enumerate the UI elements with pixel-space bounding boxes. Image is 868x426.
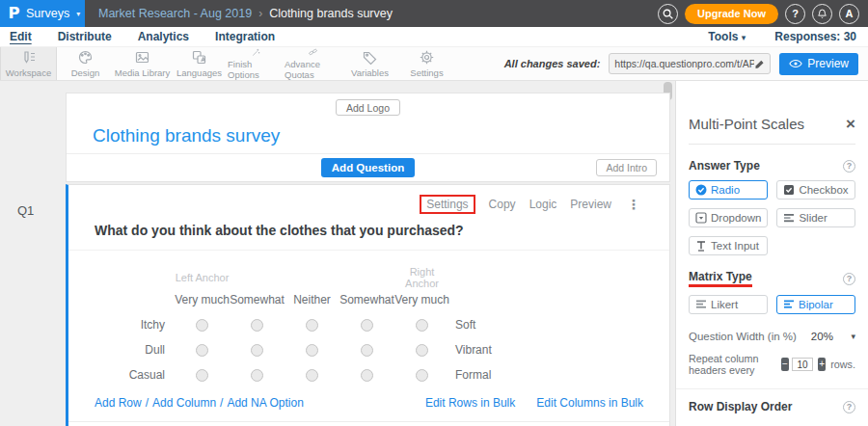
question-width-value[interactable]: 20% [811,331,833,342]
matrix-type-label: Matrix Type [689,270,752,287]
chevron-down-icon[interactable]: ▾ [851,332,855,341]
likert-icon [695,299,707,310]
add-logo-button[interactable]: Add Logo [336,99,400,116]
radio-button[interactable] [416,319,428,332]
radio-button[interactable] [196,319,208,332]
tab-distribute[interactable]: Distribute [58,30,112,43]
question-preview-link[interactable]: Preview [570,198,611,211]
question-text[interactable]: What do you think about the clothes that… [95,223,643,238]
matrix-row: Casual Formal [68,362,669,387]
help-icon[interactable]: ? [843,401,855,413]
survey-canvas: Q1 Add Logo Clothing brands survey Add Q… [0,81,675,426]
add-question-button[interactable]: Add Question [321,158,415,177]
radio-button[interactable] [416,344,428,357]
more-options-icon[interactable]: ⋮ [627,197,640,212]
edit-columns-bulk-link[interactable]: Edit Columns in Bulk [536,396,643,410]
preview-button[interactable]: Preview [779,53,858,75]
product-name: Surveys [26,7,69,20]
toolbar-item-design[interactable]: Design [57,47,114,80]
question-copy-link[interactable]: Copy [489,198,516,211]
search-icon [662,8,674,20]
help-icon[interactable]: ? [843,273,855,285]
survey-header-card: Add Logo Clothing brands survey Add Ques… [66,93,670,182]
radio-button[interactable] [361,344,373,357]
toolbar-item-languages[interactable]: Languages [171,47,228,80]
image-icon [134,49,150,66]
answer-type-checkbox[interactable]: Checkbox [776,180,855,200]
toolbar-item-advance-quotas[interactable]: Advance Quotas [285,47,341,80]
column-header: Very much [394,293,449,306]
bipolar-icon [783,299,795,310]
answer-type-label: Answer Type [689,159,760,173]
tab-integration[interactable]: Integration [215,30,275,43]
nav-tabs: Edit Distribute Analytics Integration [0,30,275,43]
settings-annotation-box: Settings [420,195,475,214]
matrix-row: Dull Vibrant [68,337,669,362]
tools-menu[interactable]: Tools ▾ [708,30,746,43]
radio-button[interactable] [196,369,208,382]
search-button[interactable] [658,4,678,24]
question-toolbar: Settings Copy Logic Preview ⋮ [68,185,669,214]
radio-button[interactable] [196,344,208,357]
matrix-row: Itchy Soft [68,312,669,337]
toolbar-item-settings[interactable]: Settings [398,47,455,80]
pencil-icon[interactable] [754,59,765,69]
answer-type-slider[interactable]: Slider [776,208,855,227]
tab-analytics[interactable]: Analytics [138,30,189,43]
answer-type-text-input[interactable]: Text Input [689,236,768,255]
decrement-button[interactable]: − [781,358,789,371]
bipolar-matrix: Left Anchor Right Anchor Very much Somew… [68,251,669,387]
toolbar-item-media-library[interactable]: Media Library [114,47,171,80]
help-icon[interactable]: ? [843,160,855,173]
radio-button[interactable] [251,344,263,357]
tab-edit[interactable]: Edit [10,30,32,43]
row-display-order-label: Row Display Order [689,400,792,413]
toolbar-item-variables[interactable]: Variables [341,47,398,80]
toolbar-item-workspace[interactable]: Workspace [0,47,57,80]
question-logic-link[interactable]: Logic [529,198,557,211]
answer-type-dropdown[interactable]: Dropdown [689,208,768,227]
column-header: Very much [175,293,230,306]
surveys-app-menu[interactable]: P Surveys ▾ [0,0,85,27]
column-header: Somewhat [230,293,285,306]
add-intro-button[interactable]: Add Intro [596,159,657,176]
magic-wand-icon [248,47,264,57]
radio-button[interactable] [361,369,373,382]
matrix-type-likert[interactable]: Likert [689,295,768,314]
repeat-rows-input[interactable] [792,358,813,371]
edit-rows-bulk-link[interactable]: Edit Rows in Bulk [425,396,515,410]
answer-type-radio[interactable]: Radio [689,180,768,200]
radio-check-icon [695,184,707,196]
toolbar-item-finish-options[interactable]: Finish Options [228,47,285,80]
save-status: All changes saved: [504,58,601,69]
answer-type-options: Radio Checkbox Dropdown Slider Text Inpu… [689,180,855,255]
upgrade-now-button[interactable]: Upgrade Now [685,4,778,24]
tag-icon [362,49,378,66]
question-settings-panel: Multi-Point Scales × Answer Type ? Radio… [675,81,868,426]
add-column-link[interactable]: Add Column [152,396,216,410]
radio-button[interactable] [306,319,318,332]
notifications-button[interactable] [812,4,832,24]
close-icon[interactable]: × [846,118,855,131]
survey-link-input[interactable] [614,58,754,69]
checkbox-icon [783,184,795,196]
survey-title[interactable]: Clothing brands survey [93,125,669,146]
add-na-option-link[interactable]: Add NA Option [227,396,303,410]
matrix-type-bipolar[interactable]: Bipolar [776,295,855,314]
row-left-label: Itchy [68,318,175,332]
responses-link[interactable]: Responses: 30 [774,30,856,43]
help-button[interactable]: ? [785,4,805,24]
increment-button[interactable]: + [818,358,826,371]
radio-button[interactable] [306,344,318,357]
bulk-edit-links: Edit Rows in Bulk Edit Columns in Bulk [425,396,643,410]
question-settings-link[interactable]: Settings [426,198,468,211]
radio-button[interactable] [416,369,428,382]
radio-button[interactable] [361,319,373,332]
add-row-link[interactable]: Add Row [95,396,142,410]
breadcrumb-folder[interactable]: Market Research - Aug 2019 [98,7,252,20]
radio-button[interactable] [251,369,263,382]
top-bar: P Surveys ▾ Market Research - Aug 2019 ›… [0,0,868,27]
avatar[interactable]: A [839,4,859,24]
radio-button[interactable] [251,319,263,332]
radio-button[interactable] [306,369,318,382]
